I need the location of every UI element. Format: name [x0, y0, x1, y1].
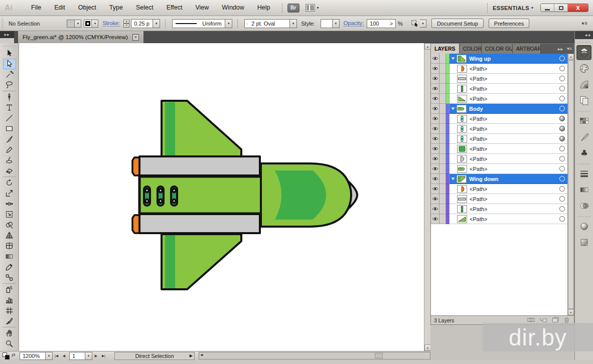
transparency-panel-button[interactable]: [576, 199, 591, 214]
line-segment-tool[interactable]: [3, 113, 16, 123]
collapse-panels-icon[interactable]: ◀◀: [575, 31, 593, 39]
scrollbar-thumb[interactable]: [568, 60, 574, 309]
gradient-panel-button[interactable]: [576, 183, 591, 198]
control-panel-menu-icon[interactable]: ▾≡: [581, 21, 588, 26]
expand-triangle-icon[interactable]: [450, 57, 457, 61]
layer-row-content[interactable]: <Path>: [450, 114, 567, 124]
blob-brush-tool[interactable]: [3, 155, 16, 165]
lock-toggle[interactable]: [439, 194, 446, 204]
layer-row-content[interactable]: Body: [450, 104, 567, 114]
lock-toggle[interactable]: [439, 104, 446, 114]
layer-row[interactable]: Wing up: [431, 54, 567, 64]
panel-grip[interactable]: [3, 44, 16, 48]
menu-window[interactable]: Window: [215, 0, 250, 16]
tab-color-guide[interactable]: COLOR GUIDE: [482, 44, 513, 54]
visibility-toggle[interactable]: [431, 84, 439, 94]
lock-toggle[interactable]: [439, 154, 446, 164]
brushes-panel-button[interactable]: [576, 130, 591, 145]
stroke-weight-combo[interactable]: 0.25 p ▼: [131, 19, 160, 28]
visibility-toggle[interactable]: [431, 214, 439, 224]
canvas[interactable]: [19, 43, 424, 351]
menu-effect[interactable]: Effect: [160, 0, 189, 16]
menu-help[interactable]: Help: [251, 0, 277, 16]
direct-selection-tool[interactable]: [3, 59, 16, 69]
lock-toggle[interactable]: [439, 54, 446, 64]
more-tabs-icon[interactable]: ▶▶: [558, 47, 563, 51]
fill-swatch[interactable]: [67, 20, 75, 28]
artboard-navigation-combo[interactable]: 1 ▼: [69, 352, 92, 360]
eraser-tool[interactable]: [3, 165, 16, 176]
eyedropper-tool[interactable]: [3, 262, 16, 272]
hand-tool[interactable]: [3, 328, 16, 338]
visibility-toggle[interactable]: [431, 184, 439, 194]
layer-row-content[interactable]: <Path>: [450, 74, 567, 84]
target-ring-icon[interactable]: [559, 96, 565, 101]
lock-toggle[interactable]: [439, 144, 446, 154]
visibility-toggle[interactable]: [431, 144, 439, 154]
path-row[interactable]: <Path>: [431, 124, 567, 134]
lock-toggle[interactable]: [439, 164, 446, 174]
layer-row[interactable]: Wing down: [431, 174, 567, 184]
visibility-toggle[interactable]: [431, 174, 439, 184]
visibility-toggle[interactable]: [431, 94, 439, 104]
lock-toggle[interactable]: [439, 74, 446, 84]
panel-grip[interactable]: [577, 41, 590, 44]
path-row[interactable]: <Path>: [431, 94, 567, 104]
menu-file[interactable]: File: [25, 0, 48, 16]
visibility-toggle[interactable]: [431, 154, 439, 164]
target-sphere-icon[interactable]: [559, 116, 565, 121]
tab-artboards[interactable]: ARTBOARDS: [513, 44, 541, 54]
stroke-weight-stepper[interactable]: ▲▼: [123, 20, 129, 28]
next-artboard-button[interactable]: ▶: [92, 352, 100, 359]
menu-object[interactable]: Object: [72, 0, 103, 16]
brush-definition-combo[interactable]: · 2 pt. Oval ▼: [244, 19, 297, 28]
layer-row-content[interactable]: Wing up: [450, 54, 567, 64]
type-tool[interactable]: [3, 102, 16, 113]
lock-toggle[interactable]: [439, 174, 446, 184]
stroke-swatch[interactable]: [84, 20, 92, 28]
menu-type[interactable]: Type: [103, 0, 129, 16]
lock-toggle[interactable]: [439, 64, 446, 74]
lock-toggle[interactable]: [439, 114, 446, 124]
fill-stroke-indicator[interactable]: ⇄: [2, 352, 18, 360]
layer-row-content[interactable]: <Path>: [450, 144, 567, 154]
path-row[interactable]: <Path>: [431, 184, 567, 194]
menu-select[interactable]: Select: [129, 0, 160, 16]
stroke-panel-link[interactable]: Stroke:: [102, 20, 120, 27]
panel-menu-icon[interactable]: ▾≡: [567, 46, 572, 51]
bridge-button[interactable]: Br: [287, 4, 300, 13]
visibility-toggle[interactable]: [431, 164, 439, 174]
scroll-up-icon[interactable]: ▲: [568, 54, 574, 60]
color-guide-panel-button[interactable]: [576, 77, 591, 92]
opacity-combo[interactable]: 100 >: [367, 19, 396, 28]
lock-toggle[interactable]: [439, 134, 446, 144]
panel-grip[interactable]: [1, 18, 5, 29]
graphic-style-combo[interactable]: ▼: [321, 19, 340, 28]
preferences-button[interactable]: Preferences: [489, 19, 529, 28]
target-sphere-icon[interactable]: [559, 136, 565, 141]
blend-tool[interactable]: [3, 272, 16, 283]
restore-button[interactable]: [554, 4, 568, 12]
visibility-toggle[interactable]: [431, 64, 439, 74]
target-ring-icon[interactable]: [559, 186, 565, 192]
target-ring-icon[interactable]: [559, 166, 565, 171]
target-ring-icon[interactable]: [559, 66, 565, 71]
document-tab[interactable]: Fly_green.ai* @ 1200% (CMYK/Preview) ×: [18, 31, 143, 43]
target-sphere-icon[interactable]: [559, 126, 565, 131]
target-ring-icon[interactable]: [559, 106, 565, 111]
layer-row-content[interactable]: <Path>: [450, 204, 567, 214]
arrange-documents-button[interactable]: ▾: [306, 4, 319, 12]
fill-dropdown-arrow[interactable]: ▼: [75, 20, 81, 28]
layer-row[interactable]: Body: [431, 104, 567, 114]
layer-row-content[interactable]: <Path>: [450, 214, 567, 224]
layers-scrollbar[interactable]: ▲ ▼: [567, 54, 574, 315]
swap-fill-stroke-icon[interactable]: ⇄: [12, 352, 16, 357]
lock-toggle[interactable]: [439, 84, 446, 94]
select-similar-dropdown[interactable]: ▼: [420, 20, 426, 28]
visibility-toggle[interactable]: [431, 134, 439, 144]
tab-color[interactable]: COLOR: [460, 44, 482, 54]
target-ring-icon[interactable]: [559, 76, 565, 81]
last-artboard-button[interactable]: ▶|: [100, 352, 107, 359]
color-panel-button[interactable]: [576, 61, 591, 76]
menu-edit[interactable]: Edit: [48, 0, 72, 16]
